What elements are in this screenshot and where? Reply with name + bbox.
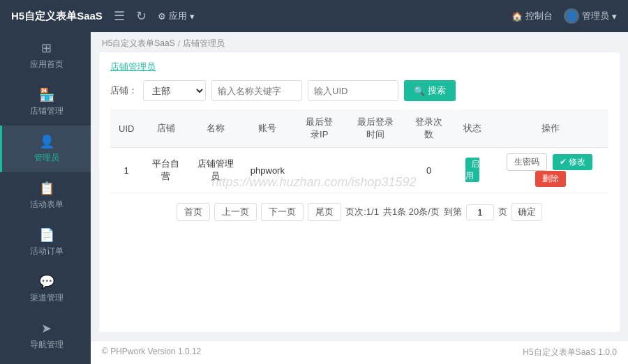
- app-button[interactable]: ⚙ 应用 ▾: [158, 10, 195, 22]
- order-icon: 📄: [39, 227, 54, 243]
- table-head: UID 店铺 名称 账号 最后登录IP 最后登录时间 登录次数 状态 操作: [110, 109, 608, 148]
- edit-button[interactable]: ✔ 修改: [553, 154, 592, 170]
- sidebar-form-label: 活动表单: [30, 199, 63, 211]
- user-label: 管理员: [582, 10, 609, 22]
- col-login-count: 登录次数: [405, 109, 451, 148]
- first-page-button[interactable]: 首页: [177, 203, 210, 221]
- grid-icon: ⚙: [158, 11, 166, 22]
- col-uid: UID: [110, 109, 142, 148]
- sidebar-item-admin[interactable]: 👤 管理员: [0, 126, 91, 172]
- last-page-button[interactable]: 尾页: [308, 203, 341, 221]
- sidebar-channel-label: 渠道管理: [30, 292, 63, 304]
- nav-icon: ➤: [41, 321, 52, 336]
- store-filter-select[interactable]: 主部: [143, 80, 206, 101]
- sidebar-store-label: 店铺管理: [30, 105, 63, 117]
- breadcrumb-sep: /: [178, 39, 180, 49]
- sidebar-nav-label: 导航管理: [30, 339, 63, 351]
- footer-left: © PHPwork Version 1.0.12: [102, 347, 201, 358]
- sidebar-item-channel[interactable]: 💬 渠道管理: [0, 266, 91, 312]
- sidebar-item-store[interactable]: 🏪 店铺管理: [0, 79, 91, 126]
- col-last-ip: 最后登录IP: [293, 109, 346, 148]
- cell-login-count: 0: [405, 148, 451, 193]
- col-status: 状态: [452, 109, 493, 148]
- sidebar-admin-label: 管理员: [34, 152, 59, 164]
- sidebar-item-carousel[interactable]: 🖼 轮播管理: [0, 359, 91, 364]
- col-ops: 操作: [493, 109, 608, 148]
- footer-right: H5自定义表单SaaS 1.0.0: [523, 347, 617, 358]
- sidebar: ⊞ 应用首页 🏪 店铺管理 👤 管理员 📋 活动表单 📄 活动订单 💬 渠道管理…: [0, 32, 91, 364]
- user-menu[interactable]: 👤 管理员 ▾: [564, 8, 617, 24]
- search-button[interactable]: 🔍 搜索: [404, 80, 456, 101]
- cell-last-ip: [293, 148, 346, 193]
- cell-account: phpwork: [242, 148, 293, 193]
- admin-table: UID 店铺 名称 账号 最后登录IP 最后登录时间 登录次数 状态 操作 1: [110, 109, 608, 193]
- main-layout: ⊞ 应用首页 🏪 店铺管理 👤 管理员 📋 活动表单 📄 活动订单 💬 渠道管理…: [0, 32, 628, 364]
- header: H5自定义表单SaaS ☰ ↻ ⚙ 应用 ▾ 🏠 控制台 👤 管理员 ▾: [0, 0, 628, 32]
- cell-ops: 生密码 ✔ 修改 删除: [493, 148, 608, 193]
- store-icon: 🏪: [39, 87, 54, 103]
- col-store: 店铺: [142, 109, 188, 148]
- footer: © PHPwork Version 1.0.12 H5自定义表单SaaS 1.0…: [91, 340, 628, 364]
- app-title: H5自定义表单SaaS: [11, 10, 103, 23]
- home-icon: 🏠: [511, 11, 523, 22]
- password-button[interactable]: 生密码: [507, 153, 547, 171]
- col-name: 名称: [189, 109, 242, 148]
- table-header-row: UID 店铺 名称 账号 最后登录IP 最后登录时间 登录次数 状态 操作: [110, 109, 608, 148]
- page-total: 共1条 20条/页: [383, 206, 440, 218]
- menu-icon[interactable]: ☰: [114, 8, 125, 24]
- prev-page-button[interactable]: 上一页: [214, 203, 257, 221]
- table-row: 1 平台自营 店铺管理员 phpwork 0 启用 生密码 ✔ 修改: [110, 148, 608, 193]
- breadcrumb-current: 店铺管理员: [183, 38, 225, 50]
- col-last-time: 最后登录时间: [346, 109, 406, 148]
- cell-name: 店铺管理员: [189, 148, 242, 193]
- cell-status: 启用: [452, 148, 493, 193]
- app-label: 应用: [169, 10, 187, 22]
- sidebar-item-home[interactable]: ⊞ 应用首页: [0, 32, 91, 79]
- cell-store: 平台自营: [142, 148, 188, 193]
- form-icon: 📋: [39, 181, 54, 196]
- header-left: H5自定义表单SaaS ☰ ↻ ⚙ 应用 ▾: [11, 8, 195, 24]
- main-panel: 店铺管理员 店铺： 主部 🔍 搜索 UID 店铺: [99, 52, 620, 332]
- page-unit: 页: [498, 206, 507, 218]
- table-body: 1 平台自营 店铺管理员 phpwork 0 启用 生密码 ✔ 修改: [110, 148, 608, 193]
- page-info: 页次:1/1: [345, 206, 379, 218]
- filter-row: 店铺： 主部 🔍 搜索: [110, 80, 608, 101]
- uid-input[interactable]: [308, 80, 398, 101]
- status-badge: 启用: [465, 158, 479, 182]
- search-label: 搜索: [428, 84, 446, 97]
- cell-uid: 1: [110, 148, 142, 193]
- user-avatar: 👤: [564, 8, 579, 24]
- pagination: 首页 上一页 下一页 尾页 页次:1/1 共1条 20条/页 到第 页 确定: [110, 203, 608, 221]
- page-goto-input[interactable]: [466, 204, 494, 220]
- cell-last-time: [346, 148, 406, 193]
- control-label: 控制台: [525, 10, 553, 22]
- header-right: 🏠 控制台 👤 管理员 ▾: [511, 8, 617, 24]
- control-panel-link[interactable]: 🏠 控制台: [511, 10, 553, 22]
- page-confirm-button[interactable]: 确定: [511, 203, 542, 221]
- col-account: 账号: [242, 109, 293, 148]
- sidebar-item-form[interactable]: 📋 活动表单: [0, 172, 91, 219]
- home-sidebar-icon: ⊞: [41, 40, 52, 56]
- user-chevron-icon: ▾: [612, 11, 617, 22]
- breadcrumb-root: H5自定义表单SaaS: [102, 38, 175, 50]
- channel-icon: 💬: [39, 274, 54, 289]
- content-area: H5自定义表单SaaS / 店铺管理员 店铺管理员 店铺： 主部 🔍 搜索: [91, 32, 628, 364]
- panel-subtitle[interactable]: 店铺管理员: [110, 61, 608, 73]
- sidebar-home-label: 应用首页: [30, 59, 63, 70]
- search-icon: 🔍: [414, 86, 425, 96]
- chevron-down-icon: ▾: [190, 11, 195, 22]
- breadcrumb: H5自定义表单SaaS / 店铺管理员: [91, 32, 628, 52]
- sidebar-item-nav[interactable]: ➤ 导航管理: [0, 312, 91, 359]
- goto-label: 到第: [444, 206, 462, 218]
- name-keyword-input[interactable]: [211, 80, 302, 101]
- refresh-icon[interactable]: ↻: [136, 8, 147, 24]
- sidebar-item-order[interactable]: 📄 活动订单: [0, 219, 91, 266]
- store-filter-label: 店铺：: [110, 84, 137, 97]
- next-page-button[interactable]: 下一页: [261, 203, 304, 221]
- admin-icon: 👤: [39, 134, 54, 149]
- delete-button[interactable]: 删除: [535, 171, 566, 187]
- sidebar-order-label: 活动订单: [30, 245, 63, 257]
